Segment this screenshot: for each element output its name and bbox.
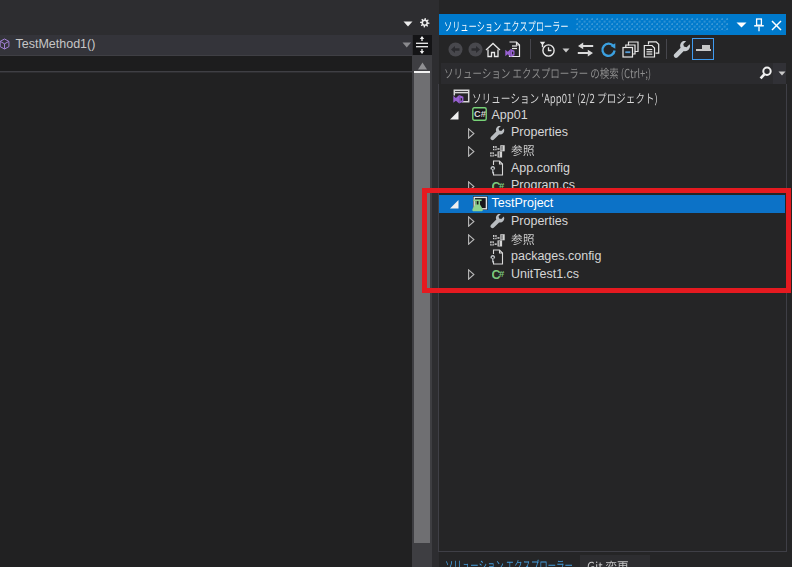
svg-text:C#: C# (474, 110, 486, 120)
